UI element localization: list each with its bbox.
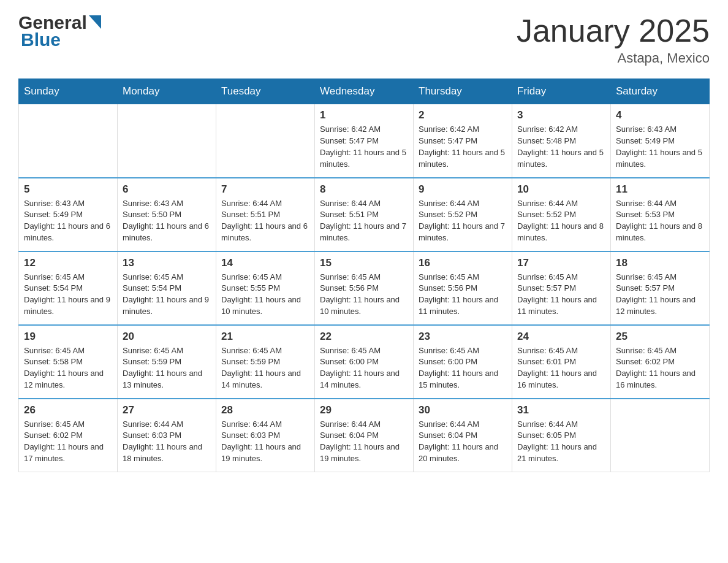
- day-info: Sunrise: 6:44 AMSunset: 6:05 PMDaylight:…: [517, 419, 597, 464]
- day-number: 7: [221, 183, 309, 196]
- calendar-cell: 6Sunrise: 6:43 AMSunset: 5:50 PMDaylight…: [118, 178, 216, 251]
- day-info: Sunrise: 6:42 AMSunset: 5:47 PMDaylight:…: [320, 124, 406, 169]
- page-header: General Blue January 2025 Astapa, Mexico: [18, 12, 710, 66]
- calendar-cell: 22Sunrise: 6:45 AMSunset: 6:00 PMDayligh…: [315, 325, 414, 399]
- day-number: 31: [517, 404, 605, 416]
- day-number: 18: [616, 257, 704, 269]
- day-info: Sunrise: 6:45 AMSunset: 5:57 PMDaylight:…: [517, 272, 597, 316]
- day-number: 14: [221, 257, 309, 269]
- day-number: 5: [24, 183, 112, 196]
- month-title: January 2025: [517, 12, 710, 49]
- day-info: Sunrise: 6:45 AMSunset: 6:02 PMDaylight:…: [616, 346, 696, 390]
- day-number: 29: [320, 404, 408, 416]
- day-info: Sunrise: 6:44 AMSunset: 5:51 PMDaylight:…: [221, 199, 308, 243]
- calendar-cell: 21Sunrise: 6:45 AMSunset: 5:59 PMDayligh…: [216, 325, 315, 399]
- calendar-week-row: 19Sunrise: 6:45 AMSunset: 5:58 PMDayligh…: [19, 325, 710, 399]
- svg-marker-0: [89, 15, 101, 29]
- day-info: Sunrise: 6:45 AMSunset: 5:55 PMDaylight:…: [221, 272, 301, 316]
- day-info: Sunrise: 6:44 AMSunset: 5:52 PMDaylight:…: [517, 199, 604, 243]
- day-info: Sunrise: 6:44 AMSunset: 6:04 PMDaylight:…: [320, 419, 400, 464]
- calendar-cell: 7Sunrise: 6:44 AMSunset: 5:51 PMDaylight…: [216, 178, 315, 251]
- calendar-week-row: 12Sunrise: 6:45 AMSunset: 5:54 PMDayligh…: [19, 251, 710, 325]
- day-info: Sunrise: 6:44 AMSunset: 5:52 PMDaylight:…: [419, 199, 505, 243]
- calendar-cell: [19, 104, 118, 178]
- day-info: Sunrise: 6:44 AMSunset: 6:03 PMDaylight:…: [123, 419, 202, 464]
- day-info: Sunrise: 6:45 AMSunset: 6:01 PMDaylight:…: [517, 346, 597, 390]
- calendar-cell: 27Sunrise: 6:44 AMSunset: 6:03 PMDayligh…: [118, 399, 216, 472]
- calendar-cell: 19Sunrise: 6:45 AMSunset: 5:58 PMDayligh…: [19, 325, 118, 399]
- day-number: 30: [419, 404, 507, 416]
- day-number: 16: [419, 257, 507, 269]
- day-number: 9: [419, 183, 507, 196]
- calendar-cell: 11Sunrise: 6:44 AMSunset: 5:53 PMDayligh…: [611, 178, 710, 251]
- day-number: 11: [616, 183, 704, 196]
- calendar-cell: [118, 104, 216, 178]
- calendar-cell: 9Sunrise: 6:44 AMSunset: 5:52 PMDaylight…: [414, 178, 512, 251]
- logo: General Blue: [18, 12, 101, 50]
- calendar-weekday-monday: Monday: [118, 79, 216, 104]
- day-info: Sunrise: 6:44 AMSunset: 5:53 PMDaylight:…: [616, 199, 702, 243]
- calendar-weekday-friday: Friday: [512, 79, 611, 104]
- calendar-cell: 30Sunrise: 6:44 AMSunset: 6:04 PMDayligh…: [414, 399, 512, 472]
- calendar-cell: 25Sunrise: 6:45 AMSunset: 6:02 PMDayligh…: [611, 325, 710, 399]
- calendar-cell: 1Sunrise: 6:42 AMSunset: 5:47 PMDaylight…: [315, 104, 414, 178]
- day-number: 20: [123, 331, 211, 343]
- calendar-weekday-sunday: Sunday: [19, 79, 118, 104]
- day-info: Sunrise: 6:45 AMSunset: 5:56 PMDaylight:…: [320, 272, 400, 316]
- day-info: Sunrise: 6:43 AMSunset: 5:49 PMDaylight:…: [616, 124, 702, 169]
- day-number: 12: [24, 257, 112, 269]
- day-number: 28: [221, 404, 309, 416]
- day-number: 6: [123, 183, 211, 196]
- day-info: Sunrise: 6:44 AMSunset: 5:51 PMDaylight:…: [320, 199, 406, 243]
- day-info: Sunrise: 6:45 AMSunset: 6:00 PMDaylight:…: [320, 346, 400, 390]
- calendar-cell: 24Sunrise: 6:45 AMSunset: 6:01 PMDayligh…: [512, 325, 611, 399]
- calendar-cell: 15Sunrise: 6:45 AMSunset: 5:56 PMDayligh…: [315, 251, 414, 325]
- calendar-cell: 2Sunrise: 6:42 AMSunset: 5:47 PMDaylight…: [414, 104, 512, 178]
- day-number: 27: [123, 404, 211, 416]
- day-number: 24: [517, 331, 605, 343]
- day-number: 15: [320, 257, 408, 269]
- day-number: 1: [320, 109, 408, 121]
- day-number: 3: [517, 109, 605, 121]
- day-info: Sunrise: 6:42 AMSunset: 5:48 PMDaylight:…: [517, 124, 604, 169]
- day-info: Sunrise: 6:45 AMSunset: 5:54 PMDaylight:…: [24, 272, 110, 316]
- day-info: Sunrise: 6:45 AMSunset: 6:02 PMDaylight:…: [24, 419, 104, 464]
- calendar-week-row: 1Sunrise: 6:42 AMSunset: 5:47 PMDaylight…: [19, 104, 710, 178]
- title-block: January 2025 Astapa, Mexico: [517, 12, 710, 66]
- calendar-cell: 4Sunrise: 6:43 AMSunset: 5:49 PMDaylight…: [611, 104, 710, 178]
- calendar-cell: [216, 104, 315, 178]
- calendar-week-row: 26Sunrise: 6:45 AMSunset: 6:02 PMDayligh…: [19, 399, 710, 472]
- day-info: Sunrise: 6:45 AMSunset: 5:58 PMDaylight:…: [24, 346, 104, 390]
- day-info: Sunrise: 6:43 AMSunset: 5:49 PMDaylight:…: [24, 199, 110, 243]
- calendar-cell: 31Sunrise: 6:44 AMSunset: 6:05 PMDayligh…: [512, 399, 611, 472]
- calendar-cell: 26Sunrise: 6:45 AMSunset: 6:02 PMDayligh…: [19, 399, 118, 472]
- day-info: Sunrise: 6:44 AMSunset: 6:04 PMDaylight:…: [419, 419, 498, 464]
- day-number: 4: [616, 109, 704, 121]
- day-info: Sunrise: 6:44 AMSunset: 6:03 PMDaylight:…: [221, 419, 301, 464]
- calendar-cell: 18Sunrise: 6:45 AMSunset: 5:57 PMDayligh…: [611, 251, 710, 325]
- day-info: Sunrise: 6:45 AMSunset: 5:57 PMDaylight:…: [616, 272, 696, 316]
- day-number: 8: [320, 183, 408, 196]
- day-number: 13: [123, 257, 211, 269]
- day-info: Sunrise: 6:45 AMSunset: 5:54 PMDaylight:…: [123, 272, 209, 316]
- day-info: Sunrise: 6:43 AMSunset: 5:50 PMDaylight:…: [123, 199, 209, 243]
- calendar-cell: 14Sunrise: 6:45 AMSunset: 5:55 PMDayligh…: [216, 251, 315, 325]
- calendar-cell: 12Sunrise: 6:45 AMSunset: 5:54 PMDayligh…: [19, 251, 118, 325]
- day-number: 22: [320, 331, 408, 343]
- calendar-weekday-tuesday: Tuesday: [216, 79, 315, 104]
- day-number: 19: [24, 331, 112, 343]
- calendar-cell: 3Sunrise: 6:42 AMSunset: 5:48 PMDaylight…: [512, 104, 611, 178]
- calendar-weekday-wednesday: Wednesday: [315, 79, 414, 104]
- calendar-cell: 8Sunrise: 6:44 AMSunset: 5:51 PMDaylight…: [315, 178, 414, 251]
- day-info: Sunrise: 6:45 AMSunset: 5:59 PMDaylight:…: [123, 346, 202, 390]
- calendar-cell: 10Sunrise: 6:44 AMSunset: 5:52 PMDayligh…: [512, 178, 611, 251]
- calendar-cell: 20Sunrise: 6:45 AMSunset: 5:59 PMDayligh…: [118, 325, 216, 399]
- day-number: 10: [517, 183, 605, 196]
- day-info: Sunrise: 6:42 AMSunset: 5:47 PMDaylight:…: [419, 124, 505, 169]
- calendar-cell: 29Sunrise: 6:44 AMSunset: 6:04 PMDayligh…: [315, 399, 414, 472]
- calendar-cell: [611, 399, 710, 472]
- calendar-cell: 16Sunrise: 6:45 AMSunset: 5:56 PMDayligh…: [414, 251, 512, 325]
- day-number: 21: [221, 331, 309, 343]
- logo-arrow-icon: [89, 15, 101, 29]
- calendar-cell: 5Sunrise: 6:43 AMSunset: 5:49 PMDaylight…: [19, 178, 118, 251]
